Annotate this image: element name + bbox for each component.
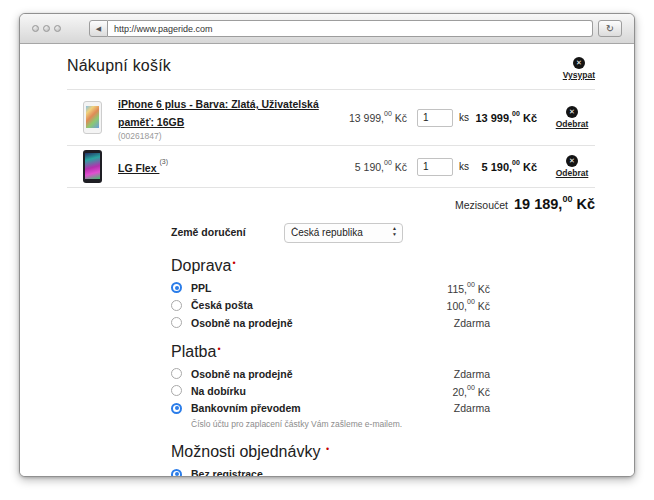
option-price: Zdarma xyxy=(454,402,490,414)
variant-count: (3) xyxy=(159,158,168,165)
option-label: Bankovním převodem xyxy=(191,402,301,414)
option-label: Na dobírku xyxy=(191,385,246,397)
shipping-option[interactable]: PPL115,00 Kč xyxy=(171,282,490,295)
refresh-button[interactable]: ↻ xyxy=(598,20,622,37)
product-thumbnail xyxy=(83,150,102,183)
country-label: Země doručení xyxy=(171,226,284,238)
remove-button[interactable]: ✕Odebrat xyxy=(549,106,595,129)
unit-label: ks xyxy=(459,112,469,123)
option-price: Zdarma xyxy=(454,368,490,380)
cart-item-row: iPhone 6 plus - Barva: Zlatá, Uživatelsk… xyxy=(67,90,595,146)
order-options: Bez registraceS registracíPřihlášení xyxy=(171,468,490,476)
unit-label: ks xyxy=(459,161,469,172)
page-title: Nákupní košík xyxy=(67,57,171,75)
option-label: Česká pošta xyxy=(191,299,253,311)
country-select-wrap: Česká republika ▲▼ xyxy=(284,222,403,243)
unit-price: 13 999,00 Kč xyxy=(329,111,407,124)
radio-button[interactable] xyxy=(171,368,182,379)
section-title-order-options: Možnosti objednávky • xyxy=(171,443,490,461)
subtotal-label: Mezisoučet xyxy=(455,199,508,211)
subtotal-row: Mezisoučet19 189,00 Kč xyxy=(67,188,595,218)
page-content: Nákupní košík ✕ Vysypat iPhone 6 plus - … xyxy=(20,44,634,476)
remove-label: Odebrat xyxy=(556,168,589,178)
product-link[interactable]: iPhone 6 plus - Barva: Zlatá, Uživatelsk… xyxy=(118,98,319,128)
option-label: Bez registrace xyxy=(191,468,263,476)
shipping-option[interactable]: Osobně na prodejněZdarma xyxy=(171,317,490,329)
traffic-light-icon[interactable] xyxy=(32,25,39,32)
remove-button[interactable]: ✕Odebrat xyxy=(549,155,595,178)
traffic-light-icon[interactable] xyxy=(54,25,61,32)
payment-note: Číslo účtu pro zaplacení částky Vám zašl… xyxy=(191,419,490,429)
line-total: 5 190,00 Kč xyxy=(473,160,537,173)
unit-price: 5 190,00 Kč xyxy=(329,160,407,173)
option-price: 100,00 Kč xyxy=(447,299,490,312)
order-option-option[interactable]: Bez registrace xyxy=(171,468,490,476)
checkout-form: Země doručení Česká republika ▲▼ Doprava… xyxy=(171,222,490,476)
close-icon: ✕ xyxy=(573,57,585,69)
country-row: Země doručení Česká republika ▲▼ xyxy=(171,222,490,243)
required-marker: • xyxy=(326,444,329,454)
payment-option[interactable]: Bankovním převodemZdarma xyxy=(171,402,490,414)
close-icon: ✕ xyxy=(566,106,578,118)
product-info: iPhone 6 plus - Barva: Zlatá, Uživatelsk… xyxy=(118,94,329,141)
empty-cart-button[interactable]: ✕ Vysypat xyxy=(563,57,595,80)
back-button[interactable]: ◀ xyxy=(89,20,108,37)
browser-window: ◀ ↻ Nákupní košík ✕ Vysypat iPhone 6 plu… xyxy=(19,13,635,477)
payment-option[interactable]: Osobně na prodejněZdarma xyxy=(171,368,490,380)
radio-button[interactable] xyxy=(171,403,182,414)
option-price: 115,00 Kč xyxy=(447,282,490,295)
line-total: 13 999,00 Kč xyxy=(473,111,537,124)
option-price: 20,00 Kč xyxy=(452,385,490,398)
option-label: Osobně na prodejně xyxy=(191,368,293,380)
section-title-payment: Platba• xyxy=(171,343,490,361)
product-link[interactable]: LG Flex (3) xyxy=(118,162,168,174)
desktop-background: ◀ ↻ Nákupní košík ✕ Vysypat iPhone 6 plu… xyxy=(0,0,654,500)
country-select[interactable]: Česká republika xyxy=(284,223,403,243)
required-marker: • xyxy=(232,258,235,268)
payment-options: Osobně na prodejněZdarmaNa dobírku20,00 … xyxy=(171,368,490,415)
browser-toolbar: ◀ ↻ xyxy=(20,14,634,44)
radio-button[interactable] xyxy=(171,385,182,396)
option-price: Zdarma xyxy=(454,317,490,329)
product-thumbnail xyxy=(83,101,102,134)
close-icon: ✕ xyxy=(566,155,578,167)
shipping-option[interactable]: Česká pošta100,00 Kč xyxy=(171,299,490,312)
option-label: PPL xyxy=(191,282,211,294)
product-info: LG Flex (3) xyxy=(118,158,329,176)
cart-header: Nákupní košík ✕ Vysypat xyxy=(67,57,595,80)
section-title-shipping: Doprava• xyxy=(171,257,490,275)
navigation-group: ◀ ↻ xyxy=(89,20,622,37)
subtotal-amount: 19 189,00 Kč xyxy=(514,196,595,212)
traffic-light-icon[interactable] xyxy=(43,25,50,32)
option-label: Osobně na prodejně xyxy=(191,317,293,329)
radio-button[interactable] xyxy=(171,317,182,328)
quantity-input[interactable] xyxy=(417,158,453,176)
cart-items: iPhone 6 plus - Barva: Zlatá, Uživatelsk… xyxy=(67,89,595,188)
cart-item-row: LG Flex (3)5 190,00 Kčks5 190,00 Kč✕Odeb… xyxy=(67,146,595,188)
required-marker: • xyxy=(217,344,220,354)
radio-button[interactable] xyxy=(171,300,182,311)
radio-button[interactable] xyxy=(171,282,182,293)
radio-button[interactable] xyxy=(171,469,182,477)
shipping-options: PPL115,00 KčČeská pošta100,00 KčOsobně n… xyxy=(171,282,490,329)
payment-option[interactable]: Na dobírku20,00 Kč xyxy=(171,385,490,398)
product-code: (00261847) xyxy=(118,131,329,141)
quantity-input[interactable] xyxy=(417,109,453,127)
empty-cart-label: Vysypat xyxy=(563,70,595,80)
remove-label: Odebrat xyxy=(556,119,589,129)
url-input[interactable] xyxy=(108,20,593,37)
